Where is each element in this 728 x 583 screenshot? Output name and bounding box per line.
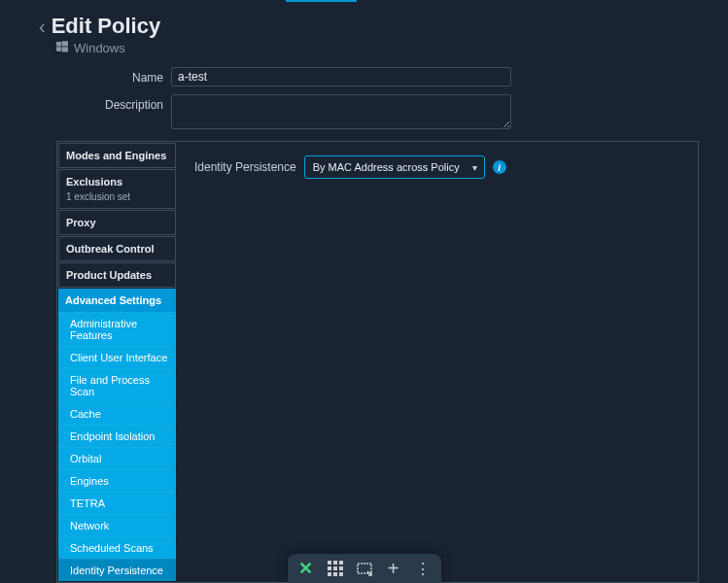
page-title: Edit Policy	[52, 14, 160, 39]
advanced-item[interactable]: File and Process Scan	[58, 368, 176, 402]
svg-rect-3	[62, 47, 68, 51]
sidebar-item-label: Proxy	[59, 211, 175, 234]
sidebar-item[interactable]: Modes and Engines	[58, 143, 176, 168]
svg-rect-1	[62, 41, 68, 46]
description-label: Description	[0, 94, 171, 112]
advanced-item[interactable]: Network	[58, 514, 176, 536]
sidebar: Modes and EnginesExclusions1 exclusion s…	[57, 142, 177, 582]
sidebar-item-label: Modes and Engines	[59, 144, 175, 167]
sidebar-item-outbreak-label: Outbreak Control	[59, 237, 175, 260]
grid-icon[interactable]	[327, 560, 344, 577]
page-header: ‹ Edit Policy Windows	[0, 0, 728, 55]
info-icon[interactable]: i	[493, 160, 506, 174]
svg-rect-9	[339, 566, 343, 570]
advanced-item[interactable]: TETRA	[58, 492, 176, 514]
svg-rect-2	[56, 47, 61, 51]
advanced-item[interactable]: Orbital	[58, 447, 176, 469]
sidebar-item[interactable]: Exclusions1 exclusion set	[58, 169, 176, 209]
sidebar-item-sublabel: 1 exclusion set	[59, 191, 175, 208]
form-area: Name Description	[0, 55, 728, 129]
advanced-item[interactable]: Administrative Features	[58, 312, 176, 346]
windows-icon	[56, 41, 68, 55]
svg-rect-7	[328, 566, 331, 570]
sidebar-item-label: Exclusions	[59, 170, 175, 193]
advanced-item[interactable]: Engines	[58, 469, 176, 492]
description-input[interactable]	[171, 94, 511, 129]
identity-persistence-select-wrap: By MAC Address across Policy ▾	[304, 155, 485, 179]
floating-toolbar: ✕ + ⋮	[288, 554, 441, 583]
svg-rect-0	[56, 42, 61, 47]
content-pane: Identity Persistence By MAC Address acro…	[177, 142, 698, 582]
advanced-item[interactable]: Scheduled Scans	[58, 536, 176, 559]
svg-rect-5	[333, 561, 337, 565]
advanced-settings-group: Advanced Settings Administrative Feature…	[58, 289, 176, 581]
sidebar-item[interactable]: Proxy	[58, 210, 176, 235]
svg-rect-8	[333, 566, 337, 570]
plus-icon[interactable]: +	[385, 560, 402, 577]
back-chevron-icon[interactable]: ‹	[39, 16, 46, 38]
sidebar-item-updates-label: Product Updates	[59, 263, 175, 287]
svg-rect-4	[328, 561, 331, 565]
identity-persistence-select[interactable]: By MAC Address across Policy	[304, 155, 485, 179]
advanced-item[interactable]: Cache	[58, 402, 176, 425]
sidebar-item-outbreak[interactable]: Outbreak Control	[58, 236, 176, 261]
platform-subtitle: Windows	[74, 41, 125, 55]
svg-rect-12	[339, 572, 343, 576]
sidebar-item-updates[interactable]: Product Updates	[58, 262, 176, 288]
advanced-item[interactable]: Client User Interface	[58, 346, 176, 368]
top-accent-bar	[286, 0, 357, 2]
name-input[interactable]	[171, 67, 511, 86]
svg-rect-11	[333, 572, 337, 576]
svg-rect-13	[358, 564, 371, 573]
svg-rect-6	[339, 561, 343, 565]
close-icon[interactable]: ✕	[297, 560, 315, 577]
svg-rect-10	[328, 572, 331, 576]
more-icon[interactable]: ⋮	[414, 560, 432, 577]
identity-persistence-label: Identity Persistence	[194, 160, 296, 174]
name-label: Name	[0, 67, 171, 85]
advanced-item[interactable]: Endpoint Isolation	[58, 425, 176, 447]
screenshot-icon[interactable]	[356, 560, 373, 577]
advanced-item[interactable]: Identity Persistence	[58, 559, 176, 581]
main-panel: Modes and EnginesExclusions1 exclusion s…	[56, 141, 699, 583]
advanced-settings-header[interactable]: Advanced Settings	[58, 289, 176, 312]
